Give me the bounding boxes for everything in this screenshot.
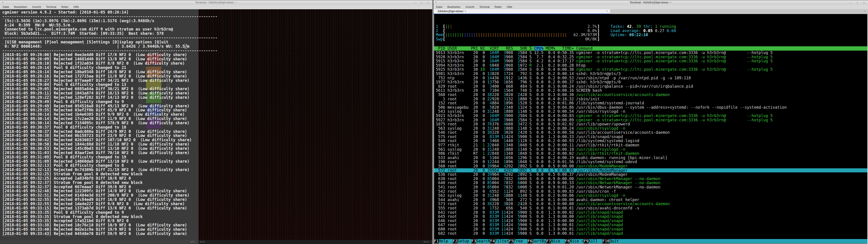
fkey-label-setup[interactable]: Setup (458, 239, 471, 243)
process-row[interactable]: 680 root 20 0 833M 11424 5900 S 0.0 1.3 … (434, 227, 867, 231)
process-row[interactable]: 5913 h3rb3rn 20 0 104M 3908 2584 S 12.5 … (434, 51, 867, 55)
tabbar-close-icon[interactable]: × (864, 10, 866, 13)
menu-item-bearbeiten[interactable]: Bearbeiten (447, 5, 460, 8)
process-row[interactable]: 533 avahi 20 0 5104 1656 1296 S 0.0 0.2 … (434, 156, 867, 160)
fkey-f7[interactable]: F7 (546, 239, 551, 243)
process-row[interactable]: 562 syslog 20 0 31248 1888 1148 S 0.0 0.… (434, 193, 867, 198)
process-row[interactable]: 152 root 20 0 4884 1896 1528 S 0.0 0.2 0… (434, 101, 867, 105)
process-row[interactable]: 543 syslog 20 0 31248 1888 1148 S 0.0 0.… (434, 109, 867, 114)
process-row[interactable]: 190 root 20 0 12244 1896 1048 S 0.0 0.2 … (434, 160, 867, 164)
process-row[interactable]: 682 root 20 0 833M 11424 5900 S 0.0 1.3 … (434, 231, 867, 236)
process-row[interactable]: 5915 h3rb3rn 20 0 104M 3908 2584 S 4.2 0… (434, 59, 867, 63)
process-row[interactable]: 977 rtkit 21 1 22848 1348 1048 S 0.0 0.2… (434, 143, 867, 147)
tab-active[interactable]: h3rb3rn@bpi-miner: ~ × (433, 9, 610, 14)
process-row[interactable]: 1 root 20 0 22928 3132 1880 S 0.0 0.4 0:… (434, 97, 867, 101)
fkey-f1[interactable]: F1 (434, 239, 439, 243)
process-row[interactable]: 1075 root 20 0 78376 4688 3472 S 0.0 0.5… (434, 122, 867, 126)
process-row[interactable]: 5925 h3rb3rn 30 10 104M 3908 2584 S 0.0 … (434, 67, 867, 72)
fkey-f4[interactable]: F4 (490, 239, 495, 243)
fkey-label-sortby[interactable]: SortBy (532, 239, 546, 243)
process-row[interactable]: 573 root 20 0 38228 3020 2428 S 0.0 0.3 … (434, 202, 867, 206)
process-row[interactable]: 560 root 20 0 39964 4292 2892 S 0.0 0.5 … (434, 164, 867, 168)
process-row[interactable]: 568 root 20 0 38228 3020 2428 S 0.0 0.3 … (434, 93, 867, 97)
fkey-label-search[interactable]: Search (476, 239, 490, 243)
process-row[interactable]: 5920 h3rb3rn 20 0 104M 3908 2584 S 7.7 0… (434, 55, 867, 59)
fkey-label-tree[interactable]: Tree (514, 239, 528, 243)
process-row[interactable]: 752 ntp 20 0 14436 1912 1436 S 0.0 0.2 0… (434, 76, 867, 80)
cgminer-log-line: [2018-01-05 09:33:35] Accepted 1fa521bd … (2, 219, 217, 223)
fkey-label-nice-[interactable]: Nice + (569, 239, 584, 243)
cgminer-log-line: [2018-01-05 09:30:14] Rejected 7154095c … (2, 121, 217, 125)
process-row[interactable]: 542 root 20 0 6552 1124 892 S 0.0 0.1 0:… (434, 189, 867, 194)
cgminer-log-line: [2018-01-05 09:28:14] Rejected 18ba9348 … (2, 70, 217, 74)
cgminer-log-line: [2018-01-05 09:30:50] Rejected 1844c88d … (2, 142, 217, 146)
fkey-label-kill[interactable]: Kill (588, 239, 602, 243)
process-row[interactable]: 5994 h3rb3rn 20 0 6048 2068 1072 R 2.1 0… (434, 63, 867, 67)
process-row[interactable]: 563 syslog 20 0 31248 1888 1148 S 0.0 0.… (434, 126, 867, 130)
fkey-f2[interactable]: F2 (453, 239, 458, 243)
process-row[interactable]: 646 root 20 0 833M 11424 5900 S 0.0 1.3 … (434, 219, 867, 223)
left-titlebar[interactable]: ▼ Terminal - h3rb3rn@bpi-miner: ~ −+× (0, 0, 432, 5)
process-row[interactable]: 540 root 20 0 3468 1440 1128 S 0.0 0.2 0… (434, 139, 867, 143)
right-titlebar[interactable]: ▼ Terminal - h3rb3rn@bpi-miner: ~ −+× (433, 0, 868, 5)
process-row[interactable]: 645 root 20 0 833M 11424 5900 S 0.0 1.3 … (434, 214, 867, 219)
process-row[interactable]: 640 root 20 0 85004 7832 6008 S 0.0 0.9 … (434, 181, 867, 185)
process-row[interactable]: 544 avahi 20 0 4968 568 272 S 0.0 0.1 0:… (434, 198, 867, 202)
menu-item-hilfe[interactable]: Hilfe (73, 5, 79, 8)
menu-item-datei[interactable]: Datei (3, 5, 9, 8)
fkey-f10[interactable]: F10 (602, 239, 610, 243)
process-row[interactable]: 575 root 20 0 833M 11424 5900 S 0.0 1.3 … (434, 135, 867, 139)
cgminer-log-line: [2018-01-05 09:33:38] Rejected 18c76c18 … (2, 223, 217, 227)
fkey-label-help[interactable]: Help (439, 239, 453, 243)
process-row-selected[interactable]: 572 root 20 0 39964 4292 2892 S 0.0 0.5 … (434, 168, 867, 173)
menu-item-reiter[interactable]: Reiter (61, 5, 68, 8)
menu-item-terminal[interactable]: Terminal (479, 5, 489, 8)
fkey-f6[interactable]: F6 (528, 239, 532, 243)
process-row[interactable]: 546 root 20 0 38228 3020 2428 S 0.0 0.3 … (434, 130, 867, 135)
menu-item-ansicht[interactable]: Ansicht (465, 5, 474, 8)
process-row[interactable]: 536 root 20 0 39964 4292 2892 S 0.0 0.5 … (434, 172, 867, 177)
process-row[interactable]: 506 messagebu 20 0 5820 2348 1324 S 0.0 … (434, 105, 867, 110)
htop-screen[interactable]: 1 [|||2.7%]2 [0.0%]Mem[|||||||||||||||||… (434, 14, 867, 244)
menu-item-hilfe[interactable]: Hilfe (507, 5, 512, 8)
fkey-f3[interactable]: F3 (471, 239, 476, 243)
menu-item-reiter[interactable]: Reiter (495, 5, 502, 8)
fkey-label-quit[interactable]: Quit (610, 239, 623, 243)
menu-item-bearbeiten[interactable]: Bearbeiten (14, 5, 27, 8)
process-row[interactable]: 541 root 20 0 85004 7832 6008 S 0.0 0.9 … (434, 185, 867, 189)
process-row[interactable]: 629 root 20 0 3400 668 484 S 0.0 0.1 0:0… (434, 84, 867, 89)
cgminer-log-line: [2018-01-05 09:33:43] Rejected 04548e70 … (2, 232, 217, 236)
menu-item-ansicht[interactable]: Ansicht (32, 5, 41, 8)
left-terminal-content[interactable]: SensorValueMinMaxCPU FAN Speed1875U/min1… (0, 9, 432, 240)
axis-time-label-2: 02:13 (424, 241, 429, 243)
process-row[interactable]: 5981 h3rb3rn 20 0 13828 1724 792 S 0.0 0… (434, 72, 867, 76)
maximize-button[interactable]: + (421, 0, 423, 5)
process-row[interactable]: 5927 h3rb3rn 20 0 104M 3908 2584 S 0.0 0… (434, 118, 867, 122)
cgminer-log-line: [2018-01-05 09:32:37] Stratum from pool … (2, 181, 217, 185)
process-row[interactable]: 641 root 20 0 833M 11424 5900 S 0.0 1.3 … (434, 210, 867, 215)
process-row[interactable]: 1977 h3rb3rn 20 0 13756 1656 796 S 0.0 0… (434, 80, 867, 84)
menu-item-terminal[interactable]: Terminal (46, 5, 56, 8)
fkey-label-nice-[interactable]: Nice - (551, 239, 565, 243)
fkey-label-filter[interactable]: Filter (495, 239, 509, 243)
process-row[interactable]: 5611 h3rb3rn 20 0 7104 1564 748 S 0.0 0.… (434, 88, 867, 93)
process-row[interactable]: 5923 h3rb3rn 20 0 104M 3908 2584 S 0.0 0… (434, 114, 867, 118)
process-row[interactable]: 561 syslog 20 0 31248 1888 1148 S 0.0 0.… (434, 147, 867, 152)
process-row[interactable]: 647 root 20 0 833M 11424 5900 S 0.0 1.3 … (434, 223, 867, 227)
tab-close-icon[interactable]: × (606, 10, 608, 13)
sort-column-cpu[interactable]: CPU% (534, 46, 544, 51)
process-row[interactable]: 555 root 20 0 1732 656 540 S 0.0 0.1 0:0… (434, 206, 867, 210)
fkey-f9[interactable]: F9 (584, 239, 588, 243)
close-button[interactable]: × (427, 0, 429, 5)
fkey-f5[interactable]: F5 (509, 239, 514, 243)
menu-item-datei[interactable]: Datei (436, 5, 442, 8)
minimize-button[interactable]: − (850, 0, 851, 5)
htop-table-header[interactable]: PID USER PRI NI VIRT RES SHR S CPU% MEM%… (434, 46, 867, 51)
minimize-button[interactable]: − (414, 0, 416, 5)
fkey-f8[interactable]: F8 (565, 239, 570, 243)
process-row[interactable]: 630 root 20 0 85004 7832 6008 S 0.0 0.9 … (434, 177, 867, 181)
process-row[interactable]: 986 rtkit RT 1 22848 1348 1048 S 0.0 0.2… (434, 151, 867, 156)
left-menubar: DateiBearbeitenAnsichtTerminalReiterHilf… (0, 5, 432, 9)
maximize-button[interactable]: + (857, 0, 858, 5)
close-button[interactable]: × (863, 0, 865, 5)
